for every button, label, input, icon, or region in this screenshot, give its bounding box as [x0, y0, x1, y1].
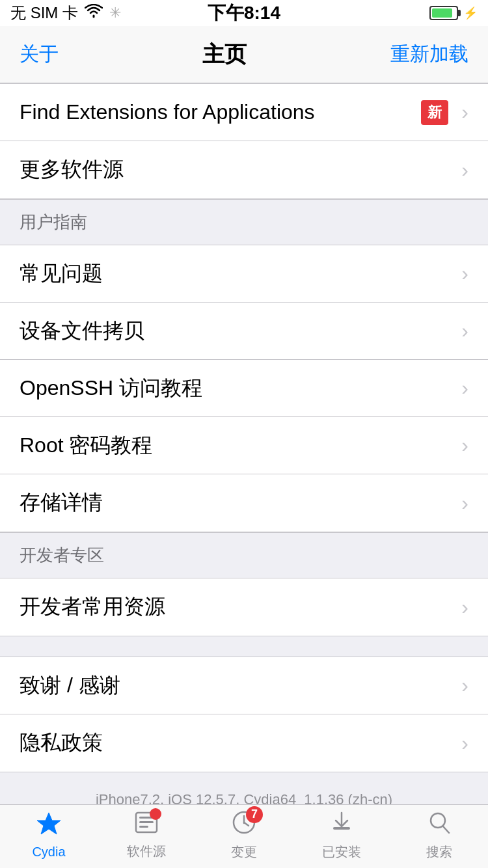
status-right: ⚡ [429, 6, 478, 20]
sources-badge-dot [150, 808, 161, 820]
find-extensions-label: Find Extensions for Applications [20, 100, 421, 124]
developer-section: 开发者常用资源 › [0, 578, 488, 636]
list-item-dev-resources[interactable]: 开发者常用资源 › [0, 578, 488, 636]
status-left: 无 SIM 卡 ✳ [10, 3, 121, 23]
top-section: Find Extensions for Applications 新 › 更多软… [0, 83, 488, 199]
device-backup-label: 设备文件拷贝 [20, 317, 455, 346]
chevron-icon: › [461, 673, 468, 698]
carrier-label: 无 SIM 卡 [10, 3, 78, 23]
tab-bar: Cydia 软件源 7 变更 [0, 804, 488, 868]
svg-marker-0 [37, 813, 61, 834]
svg-line-7 [244, 822, 249, 826]
chevron-icon: › [461, 491, 468, 515]
svg-rect-8 [333, 827, 350, 830]
charging-bolt: ⚡ [463, 6, 478, 20]
dev-resources-label: 开发者常用资源 [20, 593, 455, 621]
search-tab-icon [427, 810, 451, 841]
misc-section: 致谢 / 感谢 › 隐私政策 › [0, 657, 488, 772]
chevron-icon: › [461, 731, 468, 755]
installed-icon [329, 810, 354, 841]
sources-icon [134, 811, 159, 840]
tab-search[interactable]: 搜索 [390, 805, 488, 865]
list-item-faq[interactable]: 常见问题 › [0, 245, 488, 303]
more-sources-label: 更多软件源 [20, 156, 455, 184]
nav-bar: 关于 主页 重新加载 [0, 26, 488, 83]
chevron-icon: › [461, 319, 468, 343]
reload-button[interactable]: 重新加载 [384, 34, 475, 74]
changes-badge: 7 [246, 806, 263, 823]
storage-label: 存储详情 [20, 489, 455, 517]
list-item-credits[interactable]: 致谢 / 感谢 › [0, 657, 488, 714]
list-item-privacy[interactable]: 隐私政策 › [0, 714, 488, 772]
changes-tab-label: 变更 [231, 843, 257, 861]
list-item-more-sources[interactable]: 更多软件源 › [0, 141, 488, 198]
chevron-icon: › [461, 376, 468, 400]
sources-tab-label: 软件源 [127, 843, 166, 860]
svg-rect-4 [139, 826, 148, 828]
list-item-openssh[interactable]: OpenSSH 访问教程 › [0, 360, 488, 417]
status-bar: 无 SIM 卡 ✳ 下午8:14 ⚡ [0, 0, 488, 26]
content-area: Find Extensions for Applications 新 › 更多软… [0, 83, 488, 868]
loading-indicator: ✳ [109, 5, 121, 21]
list-item-find-extensions[interactable]: Find Extensions for Applications 新 › [0, 84, 488, 141]
chevron-icon: › [461, 262, 468, 286]
tab-sources[interactable]: 软件源 [98, 805, 195, 865]
list-item-storage[interactable]: 存储详情 › [0, 474, 488, 532]
search-tab-label: 搜索 [426, 843, 452, 861]
tab-cydia[interactable]: Cydia [0, 805, 98, 865]
tab-installed[interactable]: 已安装 [293, 805, 390, 865]
changes-icon: 7 [232, 810, 256, 841]
credits-label: 致谢 / 感谢 [20, 671, 455, 700]
tab-changes[interactable]: 7 变更 [195, 805, 293, 865]
svg-point-10 [431, 813, 445, 828]
page-title: 主页 [202, 40, 247, 70]
new-badge: 新 [421, 100, 448, 125]
developer-header: 开发者专区 [0, 532, 488, 578]
user-guide-section: 常见问题 › 设备文件拷贝 › OpenSSH 访问教程 › Root 密码教程… [0, 245, 488, 532]
status-time: 下午8:14 [208, 1, 280, 25]
faq-label: 常见问题 [20, 260, 455, 288]
chevron-icon: › [461, 100, 468, 124]
list-item-device-backup[interactable]: 设备文件拷贝 › [0, 303, 488, 360]
svg-line-11 [443, 826, 449, 833]
chevron-icon: › [461, 433, 468, 457]
cydia-star-icon [36, 811, 62, 842]
chevron-icon: › [461, 158, 468, 182]
wifi-icon [85, 4, 103, 22]
cydia-tab-label: Cydia [32, 845, 65, 860]
installed-tab-label: 已安装 [322, 843, 361, 861]
root-password-label: Root 密码教程 [20, 431, 455, 460]
list-item-root-password[interactable]: Root 密码教程 › [0, 417, 488, 474]
privacy-label: 隐私政策 [20, 729, 455, 757]
openssh-label: OpenSSH 访问教程 [20, 374, 455, 403]
user-guide-header: 用户指南 [0, 199, 488, 245]
battery-icon [429, 6, 458, 20]
back-button[interactable]: 关于 [13, 34, 65, 74]
svg-rect-3 [139, 821, 154, 823]
chevron-icon: › [461, 595, 468, 619]
